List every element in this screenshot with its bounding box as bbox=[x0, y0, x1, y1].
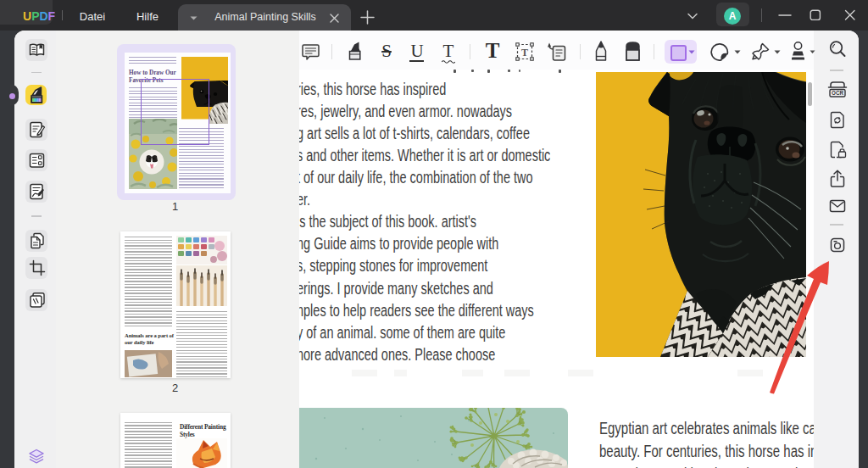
svg-text:OCR: OCR bbox=[832, 90, 843, 96]
svg-text:T: T bbox=[521, 47, 528, 58]
